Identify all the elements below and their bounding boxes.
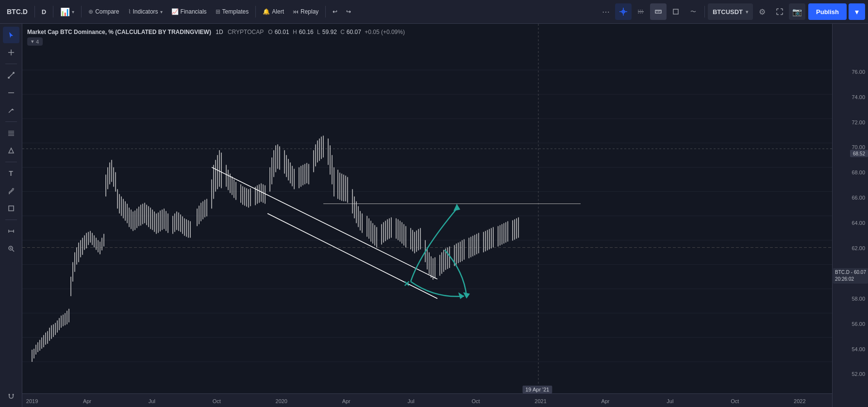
chart-svg: ✕ — [22, 24, 832, 393]
price-56: 56.00 — [851, 321, 865, 327]
time-2022: 2022 — [794, 398, 805, 404]
cursor-tool[interactable] — [3, 27, 19, 43]
c-label: C — [340, 29, 345, 35]
line-tool[interactable] — [3, 67, 19, 84]
toolbar-dots[interactable]: ⋯ — [598, 3, 614, 20]
crosshair-btn[interactable] — [615, 3, 632, 20]
measure-tool[interactable] — [3, 223, 19, 239]
o-val: 60.01 — [275, 29, 289, 35]
arrow-tool[interactable] — [3, 102, 19, 119]
publish-btn[interactable]: Publish — [808, 3, 847, 20]
cross-tool[interactable] — [3, 44, 19, 61]
symbol-selector[interactable]: BTC.D — [3, 3, 32, 20]
svg-rect-23 — [9, 206, 14, 211]
divider-6 — [704, 6, 705, 17]
box-btn[interactable] — [668, 3, 684, 20]
bar-style-icon: 📊 — [60, 7, 70, 17]
main-area: T — [0, 24, 868, 407]
toolbar-right: ⋯ — [598, 3, 865, 20]
timeframe-label: D — [42, 8, 46, 16]
financials-label: Financials — [181, 8, 207, 15]
price-58: 58.00 — [851, 296, 865, 302]
l-val: 59.92 — [322, 29, 337, 35]
chart-canvas[interactable]: Market Cap BTC Dominance, % (CALCULATED … — [22, 24, 832, 407]
text-tool[interactable]: T — [3, 165, 19, 182]
chart-symbol: Market Cap BTC Dominance, % (CALCULATED … — [27, 29, 211, 35]
magnet-tool[interactable] — [3, 388, 19, 404]
price-highlight-68: 68.52 — [850, 150, 868, 157]
chart-title: Market Cap BTC Dominance, % (CALCULATED … — [27, 29, 405, 35]
chart-settings-btn[interactable]: ⚙ — [754, 3, 770, 20]
pattern-tool[interactable] — [3, 142, 19, 159]
divider-5 — [325, 6, 326, 17]
h-label: H — [293, 29, 297, 35]
bar-style-arrow: ▾ — [72, 9, 74, 15]
divider-3 — [81, 6, 82, 17]
horizontal-tool[interactable] — [3, 85, 19, 101]
symbol-label: BTC.D — [7, 8, 28, 16]
zoom-tool[interactable] — [3, 240, 19, 257]
undo-btn[interactable]: ↩ — [329, 3, 341, 20]
indicators-arrow: ▾ — [160, 9, 163, 15]
replay-label: Replay — [300, 8, 318, 15]
lt-divider-1 — [5, 64, 17, 64]
price-64: 64.00 — [851, 220, 865, 226]
indicators-btn[interactable]: ⌇ Indicators ▾ — [124, 3, 167, 20]
crosshair-date: 19 Apr '21 — [522, 386, 552, 393]
time-jul-2019: Jul — [149, 398, 155, 404]
replay-btn[interactable]: ⏮ Replay — [289, 3, 322, 20]
chart-timeframe: 1D — [216, 29, 223, 35]
svg-rect-10 — [673, 9, 678, 14]
h-val: 60.16 — [299, 29, 314, 35]
alert-btn[interactable]: 🔔 Alert — [259, 3, 288, 20]
price-66: 66.00 — [851, 195, 865, 201]
indicators-icon: ⌇ — [128, 8, 131, 15]
fullscreen-btn[interactable] — [771, 3, 788, 20]
templates-btn[interactable]: ⊞ Templates — [212, 3, 253, 20]
compare-btn[interactable]: ⊕ Compare — [84, 3, 123, 20]
pair-label: BTCUSDT — [713, 8, 743, 16]
time-apr-2020: Apr — [342, 398, 351, 404]
pair-selector[interactable]: BTCUSDT ▾ — [708, 3, 753, 20]
time-oct-2019: Oct — [213, 398, 221, 404]
svg-point-14 — [8, 77, 10, 79]
screenshot-btn[interactable]: 📷 — [789, 3, 805, 20]
publish-arrow-btn[interactable]: ▾ — [849, 3, 865, 20]
price-72: 72.00 — [851, 119, 865, 125]
chart-ohlc-inline: O60.01 H60.16 L59.92 C60.07 +0.05 (+0.09… — [268, 29, 405, 35]
svg-text:✕: ✕ — [403, 280, 410, 288]
alert-label: Alert — [272, 8, 284, 15]
bar-style-btn[interactable]: 📊 ▾ — [56, 3, 78, 20]
btc-price-label: BTC.D - 60.0720:26:02 — [833, 268, 868, 284]
time-apr-2021: Apr — [601, 398, 609, 404]
financials-icon: 📈 — [171, 8, 179, 15]
shape-tool[interactable] — [3, 200, 19, 217]
price-62: 62.00 — [851, 245, 865, 251]
svg-rect-34 — [22, 24, 832, 393]
brush-tool[interactable] — [3, 183, 19, 199]
ruler-btn[interactable] — [650, 3, 667, 20]
publish-label: Publish — [816, 8, 839, 16]
wave-btn[interactable]: 〜 — [685, 3, 701, 20]
time-2021: 2021 — [534, 398, 546, 404]
financials-btn[interactable]: 📈 Financials — [167, 3, 211, 20]
timeframe-selector[interactable]: D — [38, 3, 50, 20]
indicators-badge[interactable]: ▾ 4 — [27, 37, 43, 46]
redo-btn[interactable]: ↪ — [342, 3, 355, 20]
l-label: L — [317, 29, 320, 35]
undo-icon: ↩ — [333, 8, 337, 15]
time-oct-2020: Oct — [472, 398, 480, 404]
change-val: +0.05 (+0.09%) — [365, 29, 405, 35]
fib-tool[interactable] — [3, 125, 19, 141]
divider-4 — [255, 6, 256, 17]
price-52: 52.00 — [851, 371, 865, 377]
price-68: 68.00 — [851, 170, 865, 175]
svg-point-15 — [13, 72, 15, 74]
replay-icon: ⏮ — [293, 8, 299, 15]
redo-icon: ↪ — [346, 8, 351, 15]
time-jul-2021: Jul — [667, 398, 673, 404]
alert-icon: 🔔 — [263, 8, 270, 15]
time-2019: 2019 — [26, 398, 38, 404]
draw-line-btn[interactable] — [633, 3, 649, 20]
chevron-icon: ▾ — [31, 38, 34, 45]
